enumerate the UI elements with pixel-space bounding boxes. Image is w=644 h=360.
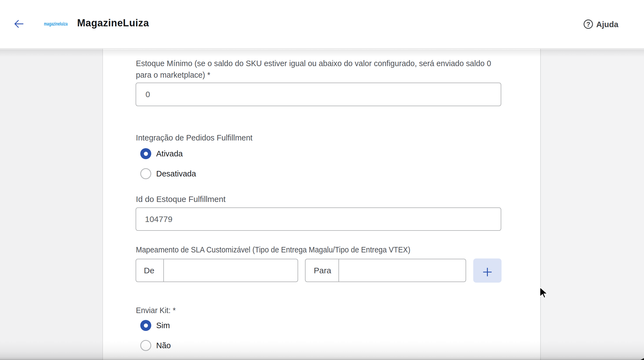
svg-text:?: ? <box>586 21 590 28</box>
